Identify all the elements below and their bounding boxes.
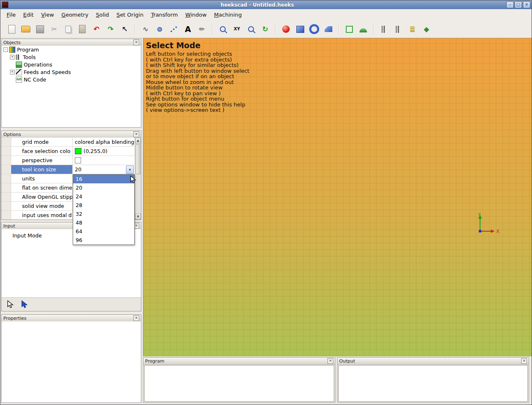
tree-expander-icon[interactable]: -	[3, 47, 8, 52]
select-icon[interactable]: ↖	[118, 23, 132, 35]
copy-icon[interactable]	[61, 23, 75, 35]
options-close-icon[interactable]: ×	[133, 131, 139, 137]
tree-item-nc-code[interactable]: GONC Code	[2, 76, 141, 83]
dropdown-option-32[interactable]: 32	[73, 210, 134, 218]
program-panel-title: Program	[145, 358, 328, 364]
endmill-icon[interactable]	[377, 23, 391, 35]
drill-icon[interactable]	[391, 23, 405, 35]
sphere-icon[interactable]	[279, 23, 293, 35]
menu-machining[interactable]: Machining	[210, 10, 246, 19]
minimize-button[interactable]: –	[506, 1, 514, 8]
tree-item-tools[interactable]: +Tools	[2, 53, 141, 61]
dimension-icon[interactable]: ✏	[195, 23, 209, 35]
options-panel-titlebar[interactable]: Options ×	[2, 131, 141, 138]
program-icon	[9, 47, 15, 53]
dropdown-option-96[interactable]: 96	[73, 236, 134, 244]
cube-icon[interactable]	[293, 23, 307, 35]
dropdown-option-48[interactable]: 48	[73, 218, 134, 227]
option-label: units	[11, 174, 73, 183]
output-panel-titlebar[interactable]: Output ×	[337, 358, 529, 365]
menu-set-origin[interactable]: Set Origin	[113, 10, 147, 19]
circles-icon[interactable]: ⊚	[153, 23, 167, 35]
torus-icon[interactable]	[307, 23, 321, 35]
redraw-icon[interactable]: ↻	[258, 23, 272, 35]
output-panel-title: Output	[339, 358, 521, 364]
operations-icon	[16, 62, 22, 68]
tree-expander-icon[interactable]: +	[10, 70, 15, 74]
output-text-area[interactable]	[338, 365, 528, 402]
objects-close-icon[interactable]: ×	[133, 40, 139, 45]
option-row-grid-mode[interactable]: grid modecolored alpha blending	[2, 138, 141, 147]
save-glyph	[36, 25, 44, 33]
scroll-down-icon[interactable]: ▼	[135, 214, 141, 220]
dropdown-option-24[interactable]: 24	[73, 192, 134, 201]
line-points-icon[interactable]: ⋰	[167, 23, 181, 35]
pointer-blue-icon[interactable]	[20, 299, 30, 309]
option-value[interactable]	[73, 156, 141, 165]
view-rotate-icon[interactable]	[244, 23, 258, 35]
menu-solid[interactable]: Solid	[92, 10, 113, 19]
output-close-icon[interactable]: ×	[521, 358, 527, 364]
properties-close-icon[interactable]: ×	[133, 315, 139, 321]
maximize-button[interactable]: □	[515, 1, 522, 8]
paste-icon[interactable]	[75, 23, 89, 35]
pointer-outline-icon[interactable]	[6, 299, 16, 309]
properties-panel-titlebar[interactable]: Properties ×	[2, 315, 141, 322]
sketch-icon[interactable]: ∿	[138, 23, 153, 35]
program-close-icon[interactable]: ×	[328, 358, 333, 364]
cut-icon[interactable]: ✂	[47, 23, 61, 35]
help-lines: Left button for selecting objects( with …	[146, 51, 249, 113]
option-row-face-selection-colo[interactable]: face selection colo(0,255,0)	[2, 147, 141, 156]
fillet-icon[interactable]	[356, 23, 370, 35]
objects-panel-title: Objects	[3, 40, 133, 45]
speeds-icon[interactable]: ≣	[405, 23, 419, 35]
program-text-area[interactable]	[144, 365, 334, 402]
tree-item-operations[interactable]: Operations	[2, 61, 141, 68]
menubar: FileEditViewGeometrySolidSet OriginTrans…	[0, 9, 532, 21]
redo-icon[interactable]: ↷	[103, 23, 118, 35]
option-row-tool-icon-size[interactable]: tool icon size20▾	[2, 165, 141, 174]
menu-window[interactable]: Window	[182, 10, 210, 19]
option-value[interactable]: colored alpha blending	[73, 138, 141, 146]
objects-panel-titlebar[interactable]: Objects ×	[2, 39, 141, 46]
dropdown-option-28[interactable]: 28	[73, 201, 134, 210]
grid-gutter	[2, 202, 11, 210]
save-icon[interactable]	[33, 23, 47, 35]
tree-item-feeds-and-speeds[interactable]: +Feeds and Speeds	[2, 68, 141, 76]
tree-expander-icon[interactable]: +	[10, 55, 15, 59]
menu-view[interactable]: View	[37, 10, 58, 19]
text-icon[interactable]: A	[181, 23, 195, 35]
checkbox[interactable]	[75, 157, 81, 163]
toolbar-separator	[338, 24, 339, 35]
wedge-icon[interactable]	[321, 23, 335, 35]
undo-icon[interactable]: ↶	[89, 23, 103, 35]
open-folder-icon[interactable]	[19, 23, 33, 35]
program-panel-titlebar[interactable]: Program ×	[143, 358, 335, 365]
menu-edit[interactable]: Edit	[20, 10, 37, 19]
scrollbar-thumb[interactable]	[135, 144, 140, 174]
redo-glyph: ↷	[108, 26, 113, 33]
option-value[interactable]: (0,255,0)	[73, 147, 141, 156]
graphics-canvas[interactable]: Select Mode Left button for selecting ob…	[143, 38, 532, 356]
new-document-icon[interactable]	[5, 23, 19, 35]
line-points-glyph: ⋰	[170, 26, 177, 33]
dropdown-option-64[interactable]: 64	[73, 227, 134, 236]
zoom-window-icon[interactable]	[216, 23, 230, 35]
option-row-perspective[interactable]: perspective	[2, 156, 141, 165]
menu-transform[interactable]: Transform	[147, 10, 182, 19]
toolbar-separator	[275, 24, 276, 35]
menu-file[interactable]: File	[3, 10, 20, 19]
option-value[interactable]: 20▾	[73, 165, 141, 174]
dropdown-option-16[interactable]: 16	[73, 175, 134, 183]
view-xy-icon[interactable]: XY	[230, 23, 244, 35]
help-line: ( with Ctrl key to pan view )	[146, 91, 249, 96]
tree-item-program[interactable]: -Program	[2, 46, 141, 53]
screen-text-icon[interactable]	[342, 23, 356, 35]
post-process-icon[interactable]: ◆	[419, 23, 433, 35]
scroll-up-icon[interactable]: ▲	[135, 138, 141, 143]
menu-geometry[interactable]: Geometry	[58, 10, 92, 19]
dropdown-option-20[interactable]: 20	[73, 183, 134, 192]
close-button[interactable]: ×	[523, 1, 530, 8]
combo-dropdown-icon[interactable]: ▾	[126, 165, 134, 174]
color-swatch[interactable]	[75, 148, 81, 154]
